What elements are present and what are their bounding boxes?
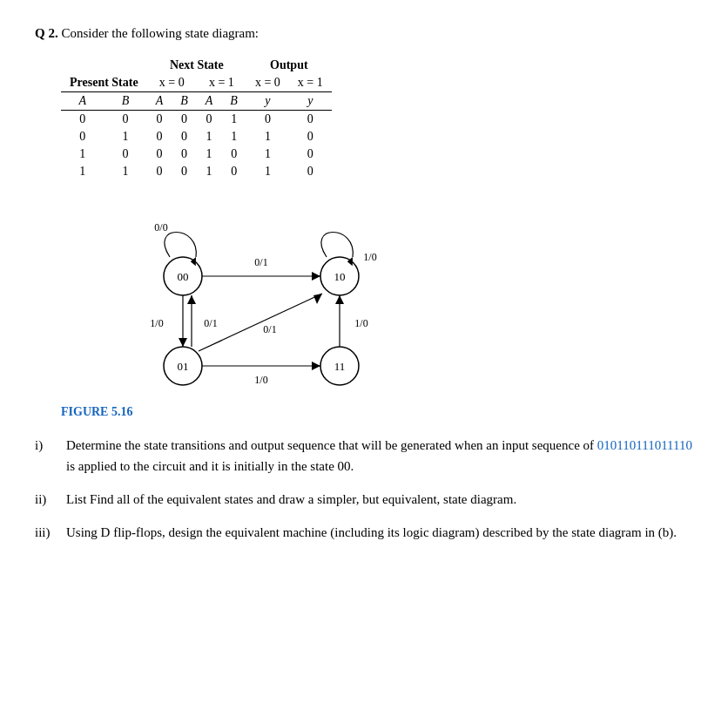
part-i: i) Determine the state transitions and o… (35, 435, 693, 477)
table-cell-0-1: 0 (104, 111, 146, 129)
part-ii: ii) List Find all of the equivalent stat… (35, 489, 693, 510)
table-row: 11001010 (61, 163, 332, 180)
table-cell-3-0: 1 (61, 163, 104, 180)
table-cell-0-0: 0 (61, 111, 104, 129)
state-10-label: 10 (334, 270, 346, 283)
table-cell-0-3: 0 (172, 111, 197, 129)
part-i-content: Determine the state transitions and outp… (66, 435, 693, 477)
table-cell-0-5: 1 (221, 111, 246, 129)
table-cell-3-2: 0 (147, 163, 172, 180)
part-i-label: i) (35, 435, 59, 456)
col-B-header: B (104, 92, 146, 111)
part-ii-label: ii) (35, 489, 59, 510)
loop-00-label: 0/0 (154, 221, 167, 233)
state-table: Present State Next State Output x = 0 x … (61, 57, 332, 180)
table-row: 00000100 (61, 111, 332, 129)
part-i-text1: Determine the state transitions and outp… (66, 438, 597, 452)
table-cell-2-4: 1 (197, 145, 222, 163)
part-i-text2: is applied to the circuit and it is init… (66, 459, 354, 473)
table-cell-1-6: 1 (246, 128, 289, 145)
col-AB1-header: A (147, 92, 172, 111)
table-cell-1-0: 0 (61, 128, 104, 145)
table-row: 01001110 (61, 128, 332, 145)
part-ii-content: List Find all of the equivalent states a… (66, 489, 693, 510)
state-table-section: Present State Next State Output x = 0 x … (61, 57, 693, 180)
col-y1-header: y (246, 92, 289, 111)
next-state-header: Next State (147, 57, 246, 74)
table-cell-2-3: 0 (172, 145, 197, 163)
table-cell-0-7: 0 (289, 111, 332, 129)
label-10-self: 1/0 (363, 251, 376, 263)
arrow-01-11-diag-head (313, 294, 322, 304)
table-cell-2-5: 0 (221, 145, 246, 163)
table-cell-2-6: 1 (246, 145, 289, 163)
state-01-label: 01 (178, 360, 189, 373)
arrow-11-10-head (335, 295, 344, 304)
part-i-sequence: 010110111011110 (597, 438, 692, 452)
state-11-label: 11 (334, 360, 346, 373)
table-cell-0-6: 0 (246, 111, 289, 129)
arrow-01-00-head (187, 295, 196, 304)
table-cell-3-7: 0 (289, 163, 332, 180)
question-number: Q 2. (35, 26, 58, 40)
table-cell-1-5: 1 (221, 128, 246, 145)
table-cell-3-1: 1 (104, 163, 146, 180)
table-cell-1-4: 1 (197, 128, 222, 145)
label-11-10: 1/0 (354, 317, 367, 329)
state-00-label: 00 (178, 270, 189, 283)
output-header: Output (246, 57, 332, 74)
col-A-header: A (61, 92, 104, 111)
question-header: Q 2. Consider the following state diagra… (35, 26, 693, 41)
table-cell-3-3: 0 (172, 163, 197, 180)
x1-next-header: x = 1 (197, 74, 246, 92)
col-AB4-header: B (221, 92, 246, 111)
x1-out-header: x = 1 (289, 74, 332, 92)
arrow-00-01-head (179, 338, 187, 347)
table-cell-1-2: 0 (147, 128, 172, 145)
label-01-11-diag: 0/1 (263, 323, 276, 335)
table-cell-0-4: 0 (197, 111, 222, 129)
col-AB3-header: A (197, 92, 222, 111)
table-cell-3-5: 0 (221, 163, 246, 180)
parts-section: i) Determine the state transitions and o… (35, 435, 693, 543)
state-diagram: 00 10 01 11 0/0 0/1 1/0 1/0 0/1 (78, 198, 444, 398)
state-diagram-section: 00 10 01 11 0/0 0/1 1/0 1/0 0/1 (78, 198, 693, 398)
part-iii: iii) Using D flip-flops, design the equi… (35, 522, 693, 543)
x0-out-header: x = 0 (246, 74, 289, 92)
arrow-01-11-head (312, 362, 320, 370)
label-01-11: 1/0 (254, 374, 267, 386)
table-cell-2-2: 0 (147, 145, 172, 163)
table-cell-2-0: 1 (61, 145, 104, 163)
label-00-10: 0/1 (254, 256, 267, 268)
question-text: Consider the following state diagram: (61, 26, 259, 40)
table-cell-2-7: 0 (289, 145, 332, 163)
x0-next-header: x = 0 (147, 74, 197, 92)
label-00-01: 1/0 (150, 317, 163, 329)
label-01-00: 0/1 (204, 317, 217, 329)
table-cell-3-6: 1 (246, 163, 289, 180)
table-cell-3-4: 1 (197, 163, 222, 180)
loop-00 (165, 233, 196, 258)
part-iii-text: Using D flip-flops, design the equivalen… (66, 525, 677, 539)
table-cell-1-1: 1 (104, 128, 146, 145)
table-cell-2-1: 0 (104, 145, 146, 163)
table-cell-0-2: 0 (147, 111, 172, 129)
part-iii-content: Using D flip-flops, design the equivalen… (66, 522, 693, 543)
loop-10 (321, 233, 353, 258)
col-AB2-header: B (172, 92, 197, 111)
col-y2-header: y (289, 92, 332, 111)
present-state-label: Present State (70, 76, 138, 89)
table-cell-1-3: 0 (172, 128, 197, 145)
part-iii-label: iii) (35, 522, 59, 543)
table-cell-1-7: 0 (289, 128, 332, 145)
table-row: 10001010 (61, 145, 332, 163)
arrow-00-10-head (312, 272, 320, 281)
figure-label: FIGURE 5.16 (61, 405, 693, 419)
part-ii-text: List Find all of the equivalent states a… (66, 492, 516, 506)
